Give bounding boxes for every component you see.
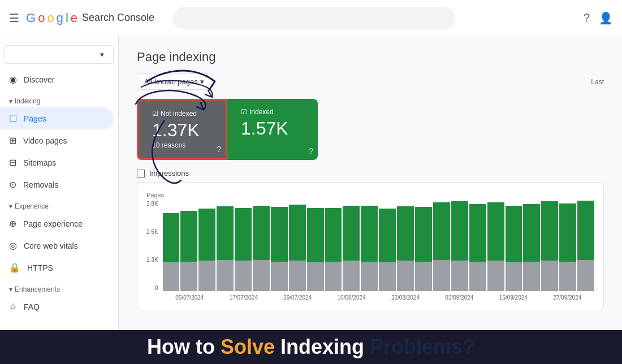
help-circle-icon[interactable]: ? [217,145,221,154]
sidebar-item-label: HTTPS [27,263,53,272]
header: ☰ Google Search Console ? 👤 [0,0,622,36]
bar-indexed [415,207,432,262]
bar-group [271,201,288,291]
bar-not-indexed [180,262,197,291]
sidebar-section-experience: ▾ Experience [0,196,118,213]
card-not-indexed-label: Not indexed [161,110,197,118]
sidebar-item-sitemaps[interactable]: ⊟ Sitemaps [0,151,114,174]
chevron-down-icon: ▾ [100,50,104,59]
bar-group [506,201,522,291]
bar-group [451,201,468,291]
main-content: Page indexing All known pages ▾ Last ☑ N… [119,36,622,330]
y-tick: 0 [146,285,158,291]
impressions-checkbox[interactable] [137,170,145,177]
menu-icon[interactable]: ☰ [9,11,19,25]
bar-group [577,201,594,291]
sidebar-item-label: Page experience [23,219,83,228]
bar-group [469,201,486,291]
chevron-icon: ▾ [9,285,12,293]
bar-indexed [506,206,522,262]
bar-indexed [325,208,342,262]
not-indexed-value: 1.37K [152,121,212,139]
sidebar-item-pages[interactable]: ☐ Pages [0,107,114,129]
chevron-icon: ▾ [9,97,12,105]
filter-button[interactable]: All known pages ▾ [137,73,211,90]
banner-solve: Solve [221,335,275,358]
layout: ▾ ◉ Discover ▾ Indexing ☐ Pages ⊞ Video … [0,36,622,330]
google-logo: Google [26,11,77,25]
account-icon[interactable]: 👤 [599,11,613,25]
bar-group [289,201,306,291]
bar-not-indexed [253,260,270,291]
bar-indexed [217,206,234,260]
sidebar-item-removals[interactable]: ⊙ Removals [0,174,114,196]
removals-icon: ⊙ [9,179,16,190]
bar-group [433,201,450,291]
help-icon[interactable]: ? [584,11,590,24]
sidebar-item-video-pages[interactable]: ⊞ Video pages [0,129,114,151]
sidebar: ▾ ◉ Discover ▾ Indexing ☐ Pages ⊞ Video … [0,36,119,330]
sidebar-item-discover[interactable]: ◉ Discover [0,68,114,90]
y-tick: 3.8K [146,201,158,207]
filter-label: All known pages [144,77,198,86]
bar-not-indexed [198,261,215,291]
bar-not-indexed [433,260,450,291]
bar-group [523,201,540,291]
help-circle-icon[interactable]: ? [309,146,313,155]
bar-group [253,201,270,291]
sidebar-item-page-experience[interactable]: ⊕ Page experience [0,213,114,235]
x-label: 22/08/2024 [378,294,432,301]
sidebar-item-label: Removals [23,180,58,189]
search-input[interactable] [172,7,455,29]
bar-not-indexed [541,261,558,291]
bar-group [415,201,432,291]
indexed-card[interactable]: ☑ Indexed 1.57K ? [227,99,318,160]
bar-indexed [198,209,215,261]
video-pages-icon: ⊞ [9,135,16,146]
bar-indexed [397,206,414,261]
x-axis: 05/07/202417/07/202429/07/202410/08/2024… [163,294,594,301]
not-indexed-card[interactable]: ☑ Not indexed 1.37K 10 reasons ? [137,99,227,160]
faq-icon: ☆ [9,301,17,312]
sitemaps-icon: ⊟ [9,157,16,168]
x-label: 03/09/2024 [433,294,486,301]
not-indexed-sub: 10 reasons [152,141,212,149]
bar-not-indexed [325,262,342,291]
bar-not-indexed [523,262,540,291]
bar-not-indexed [271,262,288,291]
check-icon: ☑ [152,110,158,118]
bar-not-indexed [235,261,252,291]
x-label: 05/07/2024 [163,294,217,301]
bottom-banner: How to Solve Indexing Problems? [0,330,622,364]
bar-group [361,201,378,291]
page-experience-icon: ⊕ [9,218,16,229]
chart-bars [163,201,594,291]
sidebar-section-indexing: ▾ Indexing [0,90,118,107]
chevron-down-icon: ▾ [200,77,204,86]
check-icon: ☑ [241,108,247,116]
chart-wrapper: 3.8K 2.5K 1.3K 0 05/07/202417/07/202429/… [146,201,594,301]
core-web-vitals-icon: ◎ [9,240,17,251]
bar-not-indexed [361,262,378,291]
sidebar-item-faq[interactable]: ☆ FAQ [0,296,114,318]
bar-indexed [487,202,504,261]
bar-indexed [541,201,558,261]
bar-indexed [523,204,540,262]
x-label: 15/09/2024 [486,294,540,301]
sidebar-section-enhancements: ▾ Enhancements [0,279,118,296]
bar-indexed [433,202,450,260]
indexed-value: 1.57K [241,119,304,137]
cards-row: ☑ Not indexed 1.37K 10 reasons ? ☑ Index… [137,99,604,160]
chart-container: Pages 3.8K 2.5K 1.3K 0 05/07/202417/07/2… [137,182,604,310]
y-tick: 1.3K [146,257,158,263]
sidebar-item-core-web-vitals[interactable]: ◎ Core web vitals [0,235,114,257]
property-selector[interactable]: ▾ [5,45,114,64]
x-label: 29/07/2024 [270,294,324,301]
bar-indexed [271,207,288,262]
sidebar-item-https[interactable]: 🔒 HTTPS [0,257,114,279]
bar-group [559,201,576,291]
impressions-row: Impressions [137,169,604,177]
bar-not-indexed [487,261,504,291]
sidebar-item-label: Core web vitals [24,241,78,250]
bar-not-indexed [469,262,486,291]
